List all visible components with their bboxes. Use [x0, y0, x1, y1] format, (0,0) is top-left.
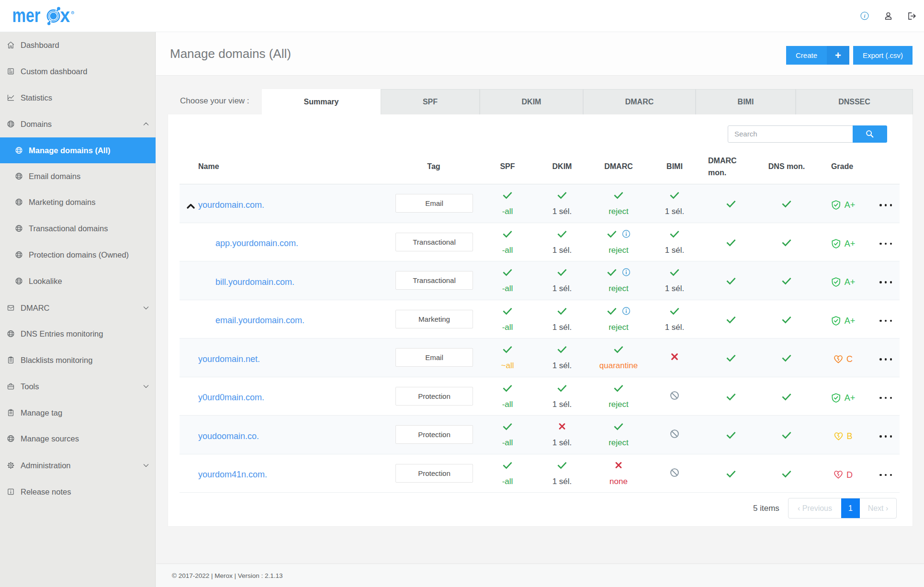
svg-text:mer: mer	[13, 4, 40, 26]
svg-text:x: x	[60, 4, 70, 26]
svg-text:R: R	[72, 11, 74, 14]
svg-text:i: i	[864, 13, 866, 19]
